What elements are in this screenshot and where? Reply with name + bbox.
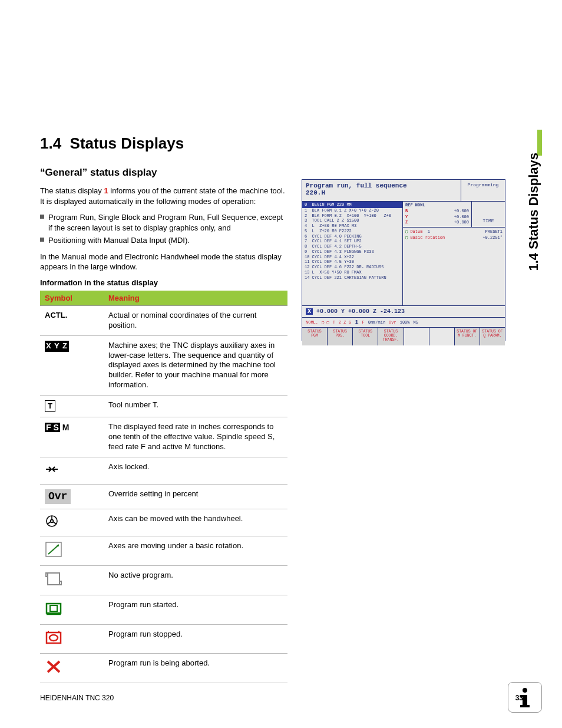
screen-title: Program run, full sequence <box>306 182 457 189</box>
mode-list: Program Run, Single Block and Program Ru… <box>40 212 287 246</box>
status-table: Symbol Meaning ACTL. Actual or nominal c… <box>40 291 287 684</box>
svg-rect-10 <box>48 573 59 585</box>
meaning-cell: Override setting in percent <box>104 484 287 509</box>
side-tab-accent <box>537 130 542 156</box>
softkey: . <box>429 328 455 345</box>
program-aborted-icon <box>45 658 62 675</box>
table-row: Program run started. <box>40 595 287 624</box>
side-tab: 1.4 Status Displays <box>523 130 542 277</box>
table-row: Axes are moving under a basic rotation. <box>40 536 287 565</box>
info-icon <box>508 682 542 713</box>
program-list: 0 BEGIN PGM 220 MM 1 BLK FORM 0.1 Z X+0 … <box>302 202 403 305</box>
symbol-ovr: Ovr <box>45 489 71 504</box>
section-title: Status Displays <box>70 134 184 152</box>
svg-rect-23 <box>520 695 525 697</box>
th-symbol: Symbol <box>40 291 104 306</box>
th-meaning: Meaning <box>104 291 287 306</box>
table-row: Ovr Override setting in percent <box>40 484 287 509</box>
datum-panel: ▢ Datum 1PRESET1 ▢ Basic rotation+0.2251… <box>403 227 505 243</box>
svg-point-20 <box>523 688 527 693</box>
table-row: Axis locked. <box>40 457 287 484</box>
coordinate-bar: X+0.000 Y+0.000 Z-24.123 <box>302 305 505 317</box>
time-panel: TIME <box>471 202 505 227</box>
svg-line-5 <box>48 522 51 525</box>
status-line: NOML. ▢ ▢ T 2 Z S 1 F 0mm/min Ovr 100% M… <box>302 317 505 327</box>
table-row: T Tool number T. <box>40 396 287 417</box>
meaning-cell: Axis can be moved with the handwheel. <box>104 509 287 536</box>
screen-file: 220.H <box>306 189 457 196</box>
meaning-cell: Program run is being aborted. <box>104 654 287 683</box>
handwheel-icon <box>45 514 59 528</box>
table-row: F S M The displayed feed rate in inches … <box>40 417 287 457</box>
list-item: Program Run, Single Block and Program Ru… <box>40 212 287 233</box>
softkey[interactable]: STATUS OFM FUNCT. <box>455 328 480 345</box>
status-screenshot: Program run, full sequence 220.H Program… <box>302 179 505 341</box>
symbol-fsm: F S M <box>45 423 69 432</box>
ref-noml-panel: REF NOML B+0.000 Y+0.000 Z+0.000 <box>403 202 471 227</box>
softkey[interactable]: STATUSPGM <box>302 328 328 345</box>
svg-line-6 <box>54 522 57 525</box>
svg-rect-14 <box>47 633 61 643</box>
screen-mode: Programming <box>461 180 505 201</box>
meaning-cell: The displayed feed rate in inches corres… <box>104 417 287 457</box>
footer-product: HEIDENHAIN TNC 320 <box>40 694 114 702</box>
no-program-icon <box>45 571 62 587</box>
manual-note: In the Manual mode and Electronic Handwh… <box>40 252 287 272</box>
table-row: X Y Z Machine axes; the TNC displays aux… <box>40 335 287 395</box>
meaning-cell: Program run started. <box>104 595 287 624</box>
meaning-cell: Axes are moving under a basic rotation. <box>104 536 287 565</box>
meaning-cell: Axis locked. <box>104 457 287 484</box>
table-row: No active program. <box>40 565 287 595</box>
program-stopped-icon <box>45 630 62 646</box>
program-started-icon <box>45 600 62 617</box>
program-header: 0 BEGIN PGM 220 MM <box>302 202 402 208</box>
section-heading: 1.4 Status Displays <box>40 134 523 153</box>
svg-rect-22 <box>520 705 530 707</box>
meaning-cell: Program run stopped. <box>104 624 287 654</box>
symbol-t: T <box>45 400 55 412</box>
section-number: 1.4 <box>40 134 61 152</box>
meaning-cell: Actual or nominal coordinates of the cur… <box>104 305 287 335</box>
list-item: Positioning with Manual Data Input (MDI)… <box>40 235 287 246</box>
side-tab-label: 1.4 Status Displays <box>526 153 541 282</box>
symbol-xyz: X Y Z <box>45 341 69 352</box>
meaning-cell: Machine axes; the TNC displays auxiliary… <box>104 335 287 395</box>
softkey[interactable]: STATUSPOS. <box>328 328 353 345</box>
table-row: Program run is being aborted. <box>40 654 287 683</box>
ref-number: 1 <box>104 186 108 195</box>
intro-paragraph: The status display 1 informs you of the … <box>40 186 287 206</box>
svg-line-8 <box>48 545 59 554</box>
svg-point-15 <box>49 635 58 641</box>
meaning-cell: Tool number T. <box>104 396 287 417</box>
table-row: ACTL. Actual or nominal coordinates of t… <box>40 305 287 335</box>
softkey[interactable]: STATUSTOOL <box>353 328 378 345</box>
svg-point-3 <box>51 520 54 523</box>
table-caption: Information in the status display <box>40 278 287 287</box>
basic-rotation-icon <box>45 541 62 558</box>
axis-locked-icon <box>45 462 59 476</box>
softkey[interactable]: STATUS OFQ PARAM. <box>480 328 505 345</box>
softkey[interactable]: STATUSCOORD.TRANSF. <box>378 328 404 345</box>
table-row: Axis can be moved with the handwheel. <box>40 509 287 536</box>
page-footer: HEIDENHAIN TNC 320 33 <box>40 694 523 702</box>
svg-rect-12 <box>50 605 57 611</box>
symbol-actl: ACTL. <box>45 311 67 319</box>
softkey-bar: STATUSPGM STATUSPOS. STATUSTOOL STATUSCO… <box>302 327 505 345</box>
subsection-heading: “General” status display <box>40 167 287 179</box>
meaning-cell: No active program. <box>104 565 287 595</box>
softkey: . <box>404 328 429 345</box>
table-row: Program run stopped. <box>40 624 287 654</box>
